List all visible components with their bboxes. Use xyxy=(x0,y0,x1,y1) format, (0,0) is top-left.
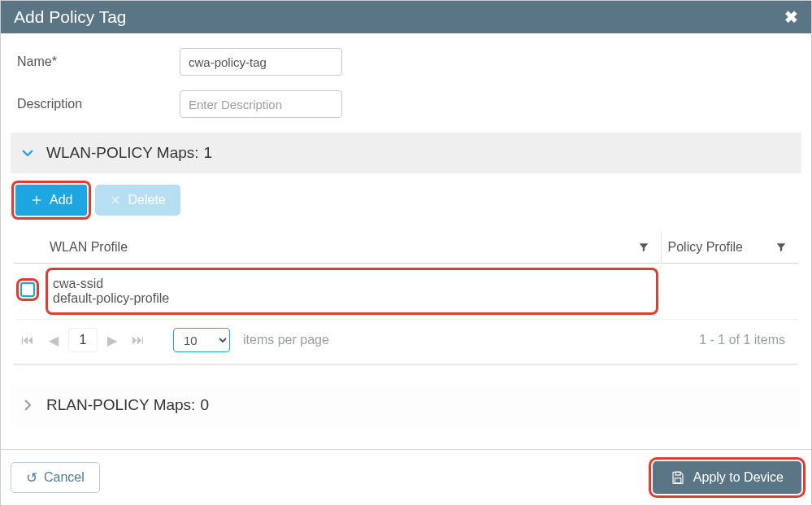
add-button-label: Add xyxy=(50,193,72,207)
pager-first[interactable]: ⏮ xyxy=(17,329,38,351)
dialog-body: Name* Description WLAN-POLICY Maps: 1 Ad… xyxy=(1,33,811,449)
pager-last[interactable]: ⏭ xyxy=(128,329,149,351)
plus-icon xyxy=(30,194,43,207)
add-button[interactable]: Add xyxy=(15,185,87,216)
cell-wlan-profile-value: cwa-ssid xyxy=(53,277,402,291)
wlan-section-header[interactable]: WLAN-POLICY Maps: 1 xyxy=(11,133,801,173)
name-row: Name* xyxy=(17,48,795,76)
svg-rect-5 xyxy=(675,478,681,483)
rlan-section-header[interactable]: RLAN-POLICY Maps: 0 xyxy=(11,385,801,425)
dialog-title: Add Policy Tag xyxy=(14,7,127,27)
pager-prev[interactable]: ◀ xyxy=(43,329,64,351)
filter-icon[interactable] xyxy=(638,242,649,253)
x-icon xyxy=(110,194,121,206)
wlan-section-content: Add Delete WLAN Profile xyxy=(11,173,801,369)
pager-label: items per page xyxy=(243,333,329,347)
rlan-policy-section: RLAN-POLICY Maps: 0 xyxy=(11,385,801,425)
description-input[interactable] xyxy=(180,90,342,118)
cell-policy-profile xyxy=(661,264,798,320)
row-values-box: cwa-ssid default-policy-profile xyxy=(50,272,654,311)
table-header-row: WLAN Profile Policy Profile xyxy=(14,232,798,264)
wlan-policy-section: WLAN-POLICY Maps: 1 Add Delete xyxy=(11,133,801,369)
save-icon xyxy=(671,470,685,485)
pager: ⏮ ◀ 1 ▶ ⏭ 10 items per page 1 - 1 of 1 i… xyxy=(14,320,798,365)
row-checkbox[interactable] xyxy=(20,282,35,297)
delete-button-label: Delete xyxy=(128,193,165,207)
col-wlan-profile[interactable]: WLAN Profile xyxy=(43,232,661,264)
apply-to-device-button[interactable]: Apply to Device xyxy=(653,461,801,494)
wlan-button-row: Add Delete xyxy=(14,185,798,216)
dialog-titlebar: Add Policy Tag ✖ xyxy=(1,1,811,33)
chevron-down-icon xyxy=(20,146,35,160)
name-label: Name* xyxy=(17,55,180,69)
close-icon[interactable]: ✖ xyxy=(784,7,798,27)
cell-wlan-profile: cwa-ssid default-policy-profile xyxy=(43,264,661,320)
cell-policy-profile-value: default-policy-profile xyxy=(53,291,169,305)
undo-icon: ↺ xyxy=(26,469,37,486)
pager-page-number[interactable]: 1 xyxy=(69,329,97,351)
dialog-footer: ↺ Cancel Apply to Device xyxy=(1,449,811,505)
rlan-section-count: 0 xyxy=(200,396,209,414)
cancel-button[interactable]: ↺ Cancel xyxy=(11,462,100,493)
col-checkbox xyxy=(14,232,43,264)
pager-status: 1 - 1 of 1 items xyxy=(699,333,785,347)
svg-rect-4 xyxy=(675,472,680,475)
row-checkbox-cell[interactable] xyxy=(14,264,43,320)
add-policy-tag-dialog: Add Policy Tag ✖ Name* Description WLAN-… xyxy=(0,0,812,506)
wlan-policy-table: WLAN Profile Policy Profile xyxy=(14,232,798,320)
chevron-right-icon xyxy=(20,398,35,412)
col-policy-profile[interactable]: Policy Profile xyxy=(661,232,798,264)
col-policy-profile-label: Policy Profile xyxy=(668,240,743,255)
col-wlan-profile-label: WLAN Profile xyxy=(50,240,128,255)
wlan-section-count: 1 xyxy=(204,144,213,162)
name-input[interactable] xyxy=(180,48,342,76)
rlan-section-title: RLAN-POLICY Maps: xyxy=(46,396,195,414)
description-label: Description xyxy=(17,97,180,111)
cancel-button-label: Cancel xyxy=(44,470,85,485)
filter-icon[interactable] xyxy=(775,242,787,253)
description-row: Description xyxy=(17,90,795,118)
delete-button[interactable]: Delete xyxy=(95,185,180,216)
pager-next[interactable]: ▶ xyxy=(102,329,123,351)
apply-button-label: Apply to Device xyxy=(693,470,784,485)
wlan-section-title: WLAN-POLICY Maps: xyxy=(46,144,199,162)
table-row[interactable]: cwa-ssid default-policy-profile xyxy=(14,264,798,320)
pager-page-size[interactable]: 10 xyxy=(173,328,230,352)
